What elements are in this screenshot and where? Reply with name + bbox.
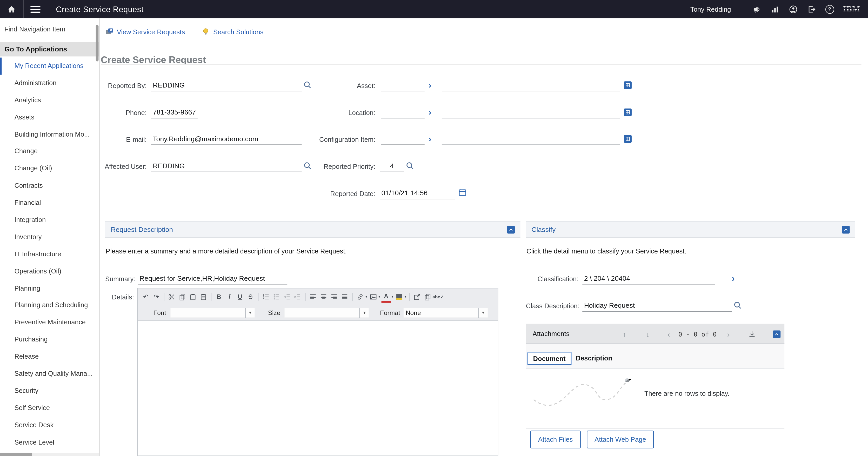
reports-icon[interactable]	[770, 4, 780, 14]
find-navigation-input[interactable]	[0, 18, 97, 38]
location-field[interactable]	[381, 107, 424, 119]
align-justify-icon[interactable]	[340, 292, 349, 301]
location-detail-chevron-icon[interactable]: ›	[429, 107, 431, 117]
move-up-icon[interactable]: ↑	[620, 330, 629, 338]
details-text-area[interactable]	[138, 321, 498, 455]
class-description-select-value-icon[interactable]	[734, 301, 742, 310]
reported-priority-field[interactable]: 4	[380, 161, 404, 172]
menu-button[interactable]	[30, 6, 40, 12]
column-header-document[interactable]: Document	[527, 353, 571, 365]
sidebar-vertical-scrollbar[interactable]	[96, 25, 99, 62]
sidebar-item-assets[interactable]: Assets	[0, 109, 99, 126]
configuration-item-drilldown-icon[interactable]	[624, 135, 632, 143]
sidebar-item-analytics[interactable]: Analytics	[0, 92, 99, 109]
highlight-caret[interactable]: ▾	[404, 294, 406, 299]
go-to-applications-header[interactable]: Go To Applications	[0, 42, 99, 56]
sidebar-horizontal-scrollbar[interactable]	[0, 453, 99, 456]
help-icon[interactable]: ?	[825, 5, 834, 13]
attach-files-button[interactable]: Attach Files	[530, 430, 581, 448]
configuration-item-field[interactable]	[381, 134, 424, 145]
view-service-requests-link[interactable]: View Service Requests	[105, 28, 185, 36]
location-drilldown-icon[interactable]	[624, 108, 632, 116]
sidebar-item-service-level[interactable]: Service Level	[0, 434, 99, 451]
sidebar-item-purchasing[interactable]: Purchasing	[0, 331, 99, 348]
sidebar-item-service-desk[interactable]: Service Desk	[0, 417, 99, 434]
configuration-item-description-field[interactable]	[442, 134, 620, 145]
classify-collapse-icon[interactable]	[842, 226, 850, 234]
outdent-icon[interactable]	[282, 292, 292, 301]
font-dropdown[interactable]: ▼	[170, 307, 255, 318]
classification-field[interactable]: 2 \ 204 \ 20404	[582, 273, 715, 285]
link-dropdown-caret[interactable]: ▾	[366, 294, 367, 299]
class-description-field[interactable]: Holiday Request	[582, 300, 732, 312]
phone-field[interactable]: 781-335-9667	[151, 107, 198, 119]
asset-description-field[interactable]	[442, 80, 620, 91]
configuration-item-detail-chevron-icon[interactable]: ›	[429, 134, 431, 144]
asset-drilldown-icon[interactable]	[624, 81, 632, 89]
announcements-icon[interactable]	[752, 4, 762, 14]
paste-icon[interactable]	[188, 292, 198, 301]
asset-detail-chevron-icon[interactable]: ›	[429, 80, 431, 90]
sidebar-item-release[interactable]: Release	[0, 348, 99, 365]
launch-icon[interactable]	[412, 292, 422, 301]
indent-icon[interactable]	[293, 292, 302, 301]
reported-priority-select-value-icon[interactable]	[406, 162, 414, 170]
sidebar-item-it-infrastructure[interactable]: IT Infrastructure	[0, 246, 99, 263]
profile-icon[interactable]	[788, 4, 798, 14]
align-right-icon[interactable]	[329, 292, 339, 301]
classification-detail-chevron-icon[interactable]: ›	[732, 273, 735, 283]
align-left-icon[interactable]	[308, 292, 318, 301]
sidebar-item-financial[interactable]: Financial	[0, 194, 99, 211]
sidebar-item-planning-and-scheduling[interactable]: Planning and Scheduling	[0, 297, 99, 314]
font-color-icon[interactable]: A	[381, 291, 391, 302]
logout-icon[interactable]	[807, 4, 816, 14]
search-solutions-link[interactable]: Search Solutions	[202, 28, 264, 36]
asset-field[interactable]	[381, 80, 424, 91]
sidebar-item-change[interactable]: Change	[0, 143, 99, 160]
bold-icon[interactable]: B	[214, 292, 224, 301]
sidebar-item-safety-and-quality[interactable]: Safety and Quality Mana...	[0, 365, 99, 383]
sidebar-item-inventory[interactable]: Inventory	[0, 229, 99, 246]
location-description-field[interactable]	[442, 107, 620, 119]
previous-page-icon[interactable]: ‹	[664, 330, 673, 338]
move-down-icon[interactable]: ↓	[643, 330, 652, 338]
column-header-description[interactable]: Description	[576, 354, 613, 362]
sidebar-item-self-service[interactable]: Self Service	[0, 399, 99, 417]
size-dropdown[interactable]: ▼	[285, 307, 369, 318]
sidebar-item-integration[interactable]: Integration	[0, 211, 99, 229]
font-color-caret[interactable]: ▾	[392, 294, 393, 299]
align-center-icon[interactable]	[319, 292, 328, 301]
attachments-collapse-icon[interactable]	[773, 330, 780, 338]
redo-icon[interactable]: ↷	[152, 292, 161, 301]
request-description-collapse-icon[interactable]	[507, 226, 515, 234]
sidebar-item-security[interactable]: Security	[0, 383, 99, 400]
calendar-icon[interactable]	[458, 188, 467, 197]
sidebar-item-building-information[interactable]: Building Information Mo...	[0, 126, 99, 143]
sidebar-item-planning[interactable]: Planning	[0, 280, 99, 297]
image-icon[interactable]	[368, 292, 378, 301]
undo-icon[interactable]: ↶	[141, 292, 151, 301]
format-dropdown[interactable]: None ▼	[403, 307, 488, 318]
home-button[interactable]	[0, 0, 24, 18]
attach-web-page-button[interactable]: Attach Web Page	[587, 430, 654, 448]
link-icon[interactable]	[355, 292, 365, 301]
download-icon[interactable]	[747, 330, 756, 338]
sidebar-item-my-recent-applications[interactable]: My Recent Applications	[0, 58, 99, 75]
paste-text-icon[interactable]	[199, 292, 208, 301]
next-page-icon[interactable]: ›	[724, 330, 733, 338]
highlight-icon[interactable]	[395, 292, 404, 301]
copy-icon[interactable]	[178, 292, 187, 301]
spellcheck-icon[interactable]: abc✓	[433, 292, 443, 301]
summary-field[interactable]: Request for Service,HR,Holiday Request	[138, 273, 287, 285]
italic-icon[interactable]: I	[225, 292, 234, 301]
sidebar-item-operations-oil[interactable]: Operations (Oil)	[0, 263, 99, 280]
sidebar-item-administration[interactable]: Administration	[0, 75, 99, 92]
sidebar-item-change-oil[interactable]: Change (Oil)	[0, 160, 99, 177]
reported-date-field[interactable]: 01/10/21 14:56	[380, 188, 455, 199]
underline-icon[interactable]: U	[235, 292, 245, 301]
sidebar-item-contracts[interactable]: Contracts	[0, 177, 99, 195]
cut-icon[interactable]	[167, 292, 177, 301]
bullet-list-icon[interactable]	[272, 292, 281, 301]
duplicate-icon[interactable]	[423, 292, 432, 301]
strikethrough-icon[interactable]: S	[246, 292, 255, 301]
